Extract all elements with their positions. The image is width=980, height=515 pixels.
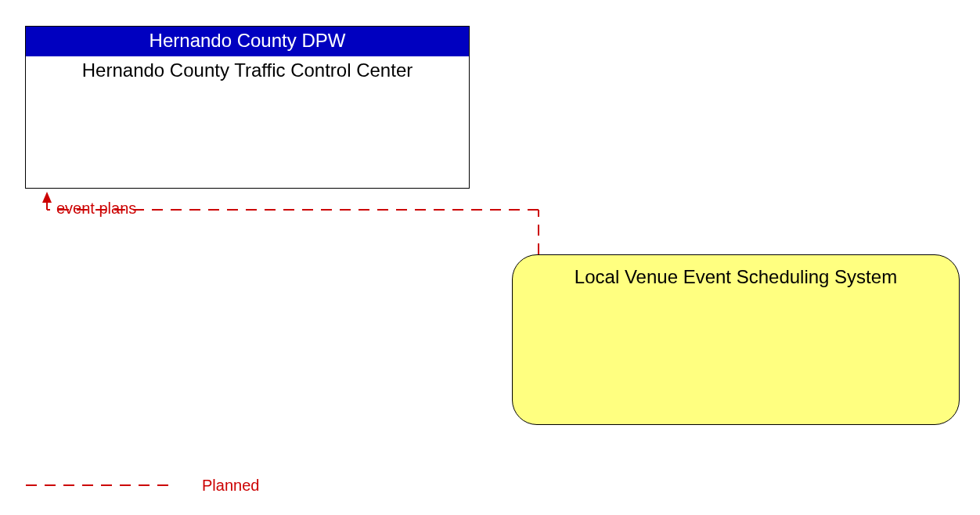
flow-label-event-plans: event plans xyxy=(56,200,136,218)
entity-box-title: Hernando County Traffic Control Center xyxy=(26,56,469,85)
venue-box: Local Venue Event Scheduling System xyxy=(512,254,960,425)
legend-label-planned: Planned xyxy=(202,477,259,495)
entity-box: Hernando County DPW Hernando County Traf… xyxy=(25,26,470,189)
venue-box-title: Local Venue Event Scheduling System xyxy=(513,266,959,288)
entity-box-header: Hernando County DPW xyxy=(26,27,469,56)
